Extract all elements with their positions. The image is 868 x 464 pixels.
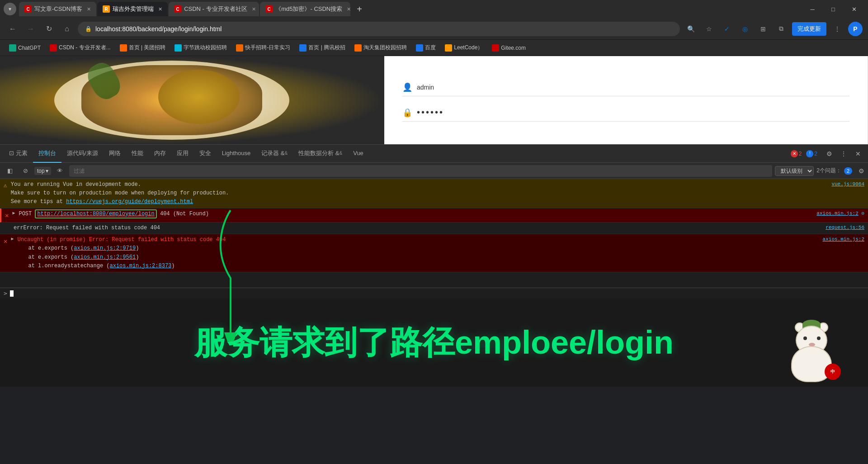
- sidebar-toggle-btn[interactable]: ◧: [4, 165, 16, 177]
- toolbar-settings-icon[interactable]: ⚙: [859, 167, 864, 175]
- bear-mascot: 中: [782, 323, 841, 382]
- annotation-text: 服务请求到了路径emploee/login: [194, 321, 674, 365]
- console-msg-vue: You are running Vue in development mode.…: [11, 180, 828, 207]
- bookmark-kuaishou[interactable]: 快手招聘-日常实习: [232, 42, 294, 53]
- bookmark-bytedance[interactable]: 字节跳动校园招聘: [171, 42, 231, 53]
- errerror-source[interactable]: request.js:56: [826, 224, 864, 232]
- devtools-tab-vue[interactable]: Vue: [348, 145, 369, 163]
- devtools-tab-performance[interactable]: 性能: [126, 145, 149, 163]
- vue-source[interactable]: vue.js:9064: [831, 180, 864, 189]
- vue-deploy-link[interactable]: https://vuejs.org/guide/deployment.html: [66, 199, 193, 205]
- bookmark-baidu[interactable]: 百度: [412, 42, 439, 53]
- login-panel: 👤 admin 🔒 ••••••: [384, 56, 868, 144]
- page-content: 👤 admin 🔒 ••••••: [0, 56, 868, 144]
- leetcode-icon: [445, 44, 452, 52]
- devtools-tab-application[interactable]: 应用: [171, 145, 194, 163]
- error-x-icon: ✕: [791, 150, 798, 157]
- elements-icon: ⊡: [9, 150, 14, 156]
- devtools-tab-elements[interactable]: ⊡ 元素: [4, 145, 33, 163]
- bookmark-icon[interactable]: ☆: [702, 22, 716, 36]
- chatgpt-icon: [9, 44, 16, 52]
- username-field[interactable]: 👤 admin: [402, 79, 849, 96]
- devtools-tabs: ⊡ 元素 控制台 源代码/来源 网络 性能 内存 应用 安全: [0, 145, 868, 163]
- lock-icon: 🔒: [402, 108, 412, 118]
- edge-icon[interactable]: ✓: [720, 22, 734, 36]
- forward-btn[interactable]: →: [24, 22, 38, 36]
- filter-input[interactable]: [69, 165, 773, 177]
- tab-2-label: 瑞吉外卖管理端: [113, 5, 154, 13]
- context-selector[interactable]: top ▾: [34, 167, 51, 175]
- tab-3-close[interactable]: ✕: [252, 6, 256, 12]
- devtools-tab-sources[interactable]: 源代码/来源: [61, 145, 104, 163]
- tab-3-favicon: C: [174, 5, 181, 13]
- complete-update-btn[interactable]: 完成更新: [792, 22, 826, 36]
- extensions-icon[interactable]: ⊞: [756, 22, 770, 36]
- devtools-tab-network[interactable]: 网络: [104, 145, 126, 163]
- bookmark-taobao[interactable]: 淘天集团校园招聘: [351, 42, 410, 53]
- home-btn[interactable]: ⌂: [60, 22, 74, 36]
- console-content: ⚠ You are running Vue in development mod…: [0, 179, 868, 288]
- tracking-icon[interactable]: ◎: [738, 22, 752, 36]
- bookmark-chatgpt[interactable]: ChatGPT: [5, 43, 44, 53]
- tab-2-close[interactable]: ✕: [158, 6, 162, 12]
- clear-console-btn[interactable]: ⊘: [19, 165, 32, 177]
- post-url-link[interactable]: http://localhost:8080/employee/login: [35, 209, 156, 218]
- settings-btn[interactable]: ⋮: [830, 22, 844, 36]
- minimize-btn[interactable]: ─: [802, 0, 823, 18]
- user-icon: 👤: [402, 82, 412, 92]
- axios-link-2[interactable]: axios.min.js:2:9561: [74, 254, 136, 260]
- baidu-icon: [416, 44, 423, 52]
- devtools-tab-console[interactable]: 控制台: [33, 145, 61, 163]
- devtools-settings-btn[interactable]: ⚙: [823, 147, 835, 160]
- devtools-tab-memory[interactable]: 内存: [149, 145, 171, 163]
- context-label: top: [37, 168, 45, 174]
- expand-arrow-1[interactable]: ▶: [12, 210, 15, 217]
- tab-4-close[interactable]: ✕: [347, 6, 350, 12]
- split-view-icon[interactable]: ⧉: [774, 22, 788, 36]
- console-input-line: >: [0, 288, 868, 298]
- devtools-tab-lighthouse[interactable]: Lighthouse: [217, 145, 256, 163]
- bookmark-leetcode[interactable]: LeetCode）: [441, 42, 486, 53]
- eye-toggle-btn[interactable]: 👁: [54, 165, 66, 177]
- tab-1[interactable]: C 写文章-CSDN博客 ✕: [19, 2, 96, 16]
- password-value: ••••••: [417, 107, 444, 118]
- devtools-close-btn[interactable]: ✕: [852, 147, 864, 160]
- maximize-btn[interactable]: □: [823, 0, 844, 18]
- secure-icon: 🔒: [85, 26, 92, 32]
- devtools-tab-security[interactable]: 安全: [194, 145, 217, 163]
- meituan-icon: [120, 44, 127, 52]
- tab-1-close[interactable]: ✕: [87, 6, 91, 12]
- tab-2[interactable]: R 瑞吉外卖管理端 ✕: [97, 2, 168, 16]
- username-value: admin: [417, 84, 434, 91]
- post-source[interactable]: axios.min.js:2 ⊙: [816, 210, 864, 218]
- axios-link-3[interactable]: axios.min.js:2:8373: [110, 263, 172, 269]
- expand-arrow-2[interactable]: ▶: [11, 236, 14, 243]
- devtools-tab-recorder[interactable]: 记录器 & &: [256, 145, 293, 163]
- password-field[interactable]: 🔒 ••••••: [402, 104, 849, 122]
- close-btn[interactable]: ✕: [844, 0, 864, 18]
- devtools-more-btn[interactable]: ⋮: [837, 147, 850, 160]
- axios-link-1[interactable]: axios.min.js:2:9719: [74, 245, 136, 251]
- tab-3[interactable]: C CSDN - 专业开发者社区 ✕: [169, 2, 259, 16]
- context-chevron: ▾: [46, 168, 48, 174]
- tab-1-label: 写文章-CSDN博客: [34, 5, 82, 13]
- tab-4[interactable]: C 《md5加密》- CSDN搜索 ✕: [260, 2, 350, 16]
- devtools-tab-perf-insights[interactable]: 性能数据分析 & &: [293, 145, 348, 163]
- reload-btn[interactable]: ↻: [42, 22, 56, 36]
- address-bar: ← → ↻ ⌂ 🔒 localhost:8080/backend/page/lo…: [0, 18, 868, 40]
- console-line-errerror: errError: Request failed with status cod…: [0, 223, 868, 234]
- profile-btn[interactable]: P: [848, 22, 863, 36]
- bookmark-csdn[interactable]: CSDN - 专业开发者...: [46, 42, 114, 53]
- uncaught-source[interactable]: axios.min.js:2: [823, 236, 864, 244]
- back-btn[interactable]: ←: [5, 22, 20, 36]
- taobao-icon: [354, 44, 362, 52]
- error-icon-1: ✕: [5, 211, 9, 221]
- search-icon[interactable]: 🔍: [684, 22, 698, 36]
- bookmark-gitee[interactable]: Gitee.com: [488, 43, 529, 53]
- tab-dropdown-btn[interactable]: ▾: [4, 3, 16, 15]
- bookmark-tencent[interactable]: 首页 | 腾讯校招: [296, 42, 349, 53]
- address-input[interactable]: 🔒 localhost:8080/backend/page/login/logi…: [78, 22, 680, 36]
- new-tab-btn[interactable]: +: [353, 3, 366, 15]
- bookmark-meituan[interactable]: 首页 | 美团招聘: [116, 42, 170, 53]
- log-level-select[interactable]: 默认级别: [775, 166, 814, 176]
